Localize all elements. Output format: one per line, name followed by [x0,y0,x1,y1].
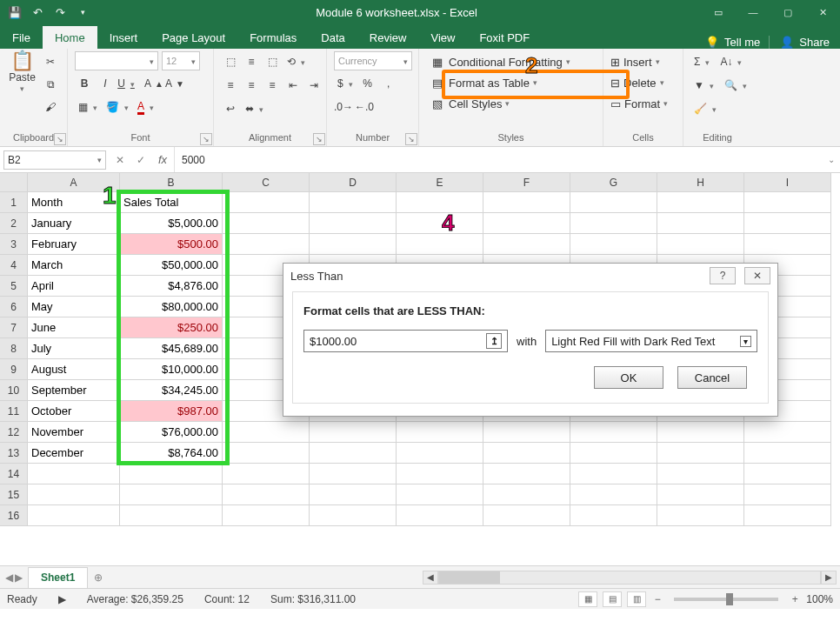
decrease-decimal-button[interactable]: ←.0 [355,97,374,117]
cell[interactable]: March [28,255,120,276]
cell[interactable]: October [28,401,120,422]
cell[interactable] [744,422,831,443]
row-header[interactable]: 13 [0,443,28,464]
cell-styles-button[interactable]: ▧ Cell Styles ▾ [426,93,513,114]
wrap-text-button[interactable]: ↩ [221,98,240,119]
cell[interactable] [120,464,223,484]
fill-button[interactable]: ▼ [690,75,717,96]
cell[interactable] [483,505,570,526]
cell[interactable]: $80,000.00 [120,297,223,317]
cell[interactable] [223,234,310,255]
cell[interactable] [397,484,483,505]
cell[interactable] [657,484,744,505]
cell[interactable]: $500.00 [120,234,223,255]
dialog-value-input[interactable]: $1000.00 ↥ [303,330,508,352]
ribbon-options-icon[interactable]: ▭ [701,0,736,24]
accounting-format-button[interactable]: $ [334,73,357,94]
tab-insert[interactable]: Insert [97,26,150,49]
row-header[interactable]: 2 [0,213,28,234]
font-size-combo[interactable]: 12 [162,51,200,70]
column-header[interactable]: F [483,173,570,192]
row-header[interactable]: 10 [0,380,28,401]
cell[interactable] [483,422,570,443]
cell[interactable] [657,505,744,526]
row-header[interactable]: 9 [0,359,28,380]
tell-me[interactable]: 💡 Tell me [697,36,769,49]
cell[interactable] [483,192,570,213]
cell[interactable]: February [28,234,120,255]
cell[interactable] [28,464,120,484]
collapse-dialog-icon[interactable]: ↥ [486,333,502,349]
cell[interactable] [120,505,223,526]
row-header[interactable]: 14 [0,464,28,484]
cell[interactable] [310,443,397,464]
dialog-close-button[interactable]: ✕ [744,267,770,284]
cell[interactable] [310,484,397,505]
cell[interactable] [657,192,744,213]
zoom-in-button[interactable]: + [789,593,801,605]
cell[interactable]: June [28,317,120,338]
conditional-formatting-button[interactable]: ▦ Conditional Formatting ▾ [426,51,574,72]
cell[interactable] [310,464,397,484]
cell[interactable]: $10,000.00 [120,359,223,380]
copy-icon[interactable]: ⧉ [41,74,60,95]
share-button[interactable]: 👤 Share [769,36,840,49]
cell[interactable]: $34,245.00 [120,380,223,401]
row-header[interactable]: 11 [0,401,28,422]
cell[interactable] [483,484,570,505]
cell[interactable]: $4,876.00 [120,276,223,297]
cell[interactable] [570,422,657,443]
cell[interactable]: September [28,380,120,401]
font-color-button[interactable]: A [134,97,157,117]
row-header[interactable]: 6 [0,297,28,317]
increase-indent-button[interactable]: ⇥ [304,75,323,96]
delete-cells-button[interactable]: ⊟Delete▾ [610,72,664,93]
cell[interactable] [310,505,397,526]
redo-icon[interactable]: ↷ [50,3,70,22]
align-bottom-button[interactable]: ⬚ [263,51,282,72]
row-header[interactable]: 1 [0,192,28,213]
zoom-out-button[interactable]: − [651,593,663,605]
tab-file[interactable]: File [0,26,43,49]
number-format-combo[interactable]: Currency [334,51,412,70]
qat-dropdown-icon[interactable]: ▾ [73,3,92,22]
cell[interactable] [744,505,831,526]
increase-decimal-button[interactable]: .0→ [334,97,353,117]
cell[interactable] [570,464,657,484]
cell[interactable]: Month [28,192,120,213]
cell[interactable] [310,422,397,443]
cell[interactable]: May [28,297,120,317]
view-normal-icon[interactable]: ▦ [578,591,597,607]
row-header[interactable]: 15 [0,484,28,505]
percent-format-button[interactable]: % [358,73,377,94]
cell[interactable] [744,464,831,484]
align-center-button[interactable]: ≡ [242,75,261,96]
cell[interactable]: January [28,213,120,234]
view-page-layout-icon[interactable]: ▤ [603,591,622,607]
cell[interactable] [223,464,310,484]
column-header[interactable]: D [310,173,397,192]
shrink-font-button[interactable]: A▼ [165,73,184,94]
cell[interactable] [744,192,831,213]
cell[interactable] [657,213,744,234]
alignment-dialog-launcher[interactable] [313,133,325,145]
cell[interactable] [483,213,570,234]
cell[interactable] [657,422,744,443]
comma-format-button[interactable]: , [379,73,398,94]
borders-button[interactable]: ▦ [75,97,101,117]
tab-review[interactable]: Review [357,26,419,49]
tab-scroll-right-icon[interactable]: ▶ [15,571,23,584]
cell[interactable] [570,192,657,213]
cell[interactable] [28,505,120,526]
cell[interactable] [744,234,831,255]
tab-home[interactable]: Home [43,26,97,49]
cell[interactable]: $50,000.00 [120,255,223,276]
cell[interactable] [570,505,657,526]
tab-foxit-pdf[interactable]: Foxit PDF [467,26,542,49]
fill-color-button[interactable]: 🪣 [103,97,132,117]
hscroll-thumb[interactable] [439,571,500,584]
cell[interactable]: $76,000.00 [120,422,223,443]
row-header[interactable]: 12 [0,422,28,443]
tab-scroll-left-icon[interactable]: ◀ [5,571,13,584]
cancel-edit-icon[interactable]: ✕ [110,154,130,166]
